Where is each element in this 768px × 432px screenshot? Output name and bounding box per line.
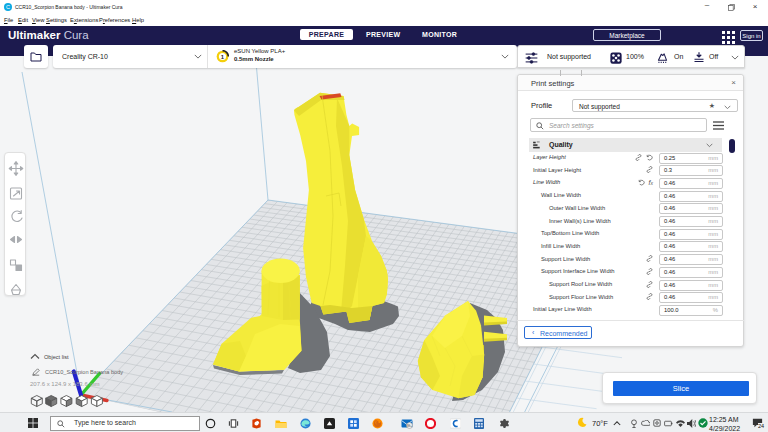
svg-text:99+: 99+ <box>407 424 412 428</box>
